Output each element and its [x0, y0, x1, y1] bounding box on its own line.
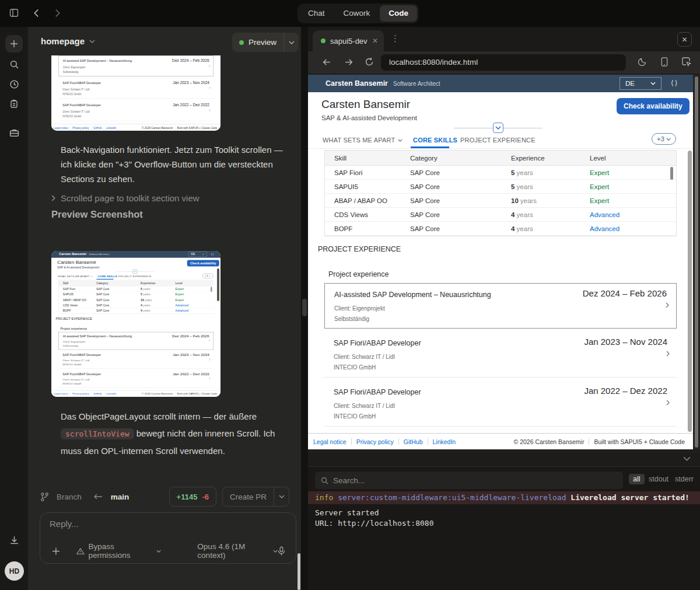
table-scrollbar[interactable]: [211, 287, 212, 292]
filter-all[interactable]: all: [629, 474, 645, 484]
browser-tab[interactable]: sapui5-dev ✕: [313, 30, 384, 51]
table-row[interactable]: CDS Views SAP Core 4 years Advanced: [59, 303, 214, 308]
browser-scrollbar[interactable]: [695, 76, 698, 448]
table-row[interactable]: CDS Views SAP Core 4 years Advanced: [325, 208, 676, 222]
reply-composer[interactable]: Bypass permissions Opus 4.6 (1M context): [40, 512, 296, 564]
user-avatar[interactable]: HD: [5, 561, 24, 581]
project-card[interactable]: AI-assisted SAP Development – Neuausrich…: [58, 55, 214, 76]
project-card[interactable]: SAP Fiori/ABAP Developer Jan 2022 – Dez …: [58, 370, 214, 387]
language-select[interactable]: DE: [620, 77, 662, 90]
table-scrollbar[interactable]: [670, 167, 673, 180]
terminal-search-input[interactable]: [333, 476, 617, 485]
permissions-dropdown[interactable]: Bypass permissions: [76, 542, 162, 560]
sidebar-toggle-icon[interactable]: [9, 8, 19, 18]
footer-link-github[interactable]: GitHub: [93, 392, 102, 395]
project-card[interactable]: SAP Fiori/ABAP Developer Jan 2023 – Nov …: [324, 332, 677, 378]
history-button[interactable]: [5, 75, 23, 93]
screenshot-thumbnail-clipped[interactable]: Carsten Bansemir Software Architect DE ⟨…: [51, 55, 220, 131]
project-card[interactable]: SAP Fiori/ABAP Developer Jan 2023 – Nov …: [58, 351, 214, 369]
project-card[interactable]: AI-assisted SAP Development – Neuausrich…: [58, 332, 214, 350]
footer-link-github[interactable]: GitHub: [404, 438, 423, 445]
history-forward-button[interactable]: [52, 8, 62, 18]
log-line: info server:custom-middleware:ui5-middle…: [308, 491, 700, 504]
attach-plus-icon[interactable]: [52, 547, 60, 556]
chevron-down-icon[interactable]: [683, 456, 691, 461]
code-brackets-icon[interactable]: ⟨⟩: [211, 253, 215, 256]
filter-stderr[interactable]: stderr: [675, 475, 694, 483]
code-brackets-icon[interactable]: ⟨⟩: [671, 79, 678, 87]
table-row[interactable]: ABAP / ABAP OO SAP Core 10 years Expert: [59, 297, 214, 302]
downloads-button[interactable]: [5, 531, 23, 549]
microphone-icon[interactable]: [278, 546, 285, 556]
filter-stdout[interactable]: stdout: [649, 475, 668, 483]
page-inner-scrollbar[interactable]: [688, 151, 692, 432]
footer-link-linkedin[interactable]: LinkedIn: [106, 392, 116, 395]
url-bar[interactable]: localhost:8080/index.html: [381, 54, 626, 71]
browser-forward-button[interactable]: [344, 57, 354, 67]
mobile-view-icon[interactable]: [661, 57, 668, 67]
create-pr-split-button[interactable]: Create PR: [222, 487, 289, 507]
history-back-button[interactable]: [32, 8, 41, 18]
tab-code[interactable]: Code: [380, 5, 417, 22]
check-availability-button[interactable]: Check availability: [187, 260, 219, 267]
preview-split-button[interactable]: Preview: [232, 33, 299, 52]
collapse-header-button[interactable]: [493, 123, 503, 133]
table-row[interactable]: SAPUI5 SAP Core 5 years Expert: [59, 292, 214, 297]
diff-stats[interactable]: +1145 -6: [169, 487, 216, 507]
collapsed-step-row[interactable]: Scrolled page to toolkit section view: [51, 193, 200, 203]
table-row[interactable]: SAPUI5 SAP Core 5 years Expert: [325, 180, 676, 194]
tab-menu-icon[interactable]: ⋮: [391, 33, 400, 44]
tab-project-experience[interactable]: PROJECT EXPERIENCE: [118, 275, 152, 278]
search-button[interactable]: [5, 55, 23, 73]
overflow-tabs-button[interactable]: +3: [202, 274, 213, 278]
session-title[interactable]: homepage: [41, 36, 95, 46]
language-select[interactable]: DE: [188, 252, 207, 257]
footer-link-legal[interactable]: Legal notice: [54, 126, 68, 129]
screenshot-thumbnail[interactable]: Carsten Bansemir Software Architect DE ⟨…: [51, 251, 220, 397]
model-selector[interactable]: Opus 4.6 (1M context): [197, 542, 278, 560]
create-pr-dropdown[interactable]: [274, 487, 289, 506]
table-row[interactable]: SAP Fiori SAP Core 5 years Expert: [59, 287, 214, 292]
close-panel-button[interactable]: ✕: [677, 32, 692, 47]
close-tab-icon[interactable]: ✕: [372, 37, 378, 45]
table-row[interactable]: BOPF SAP Core 4 years Advanced: [325, 222, 676, 236]
projects-button[interactable]: [5, 124, 23, 141]
tab-project-experience[interactable]: PROJECT EXPERIENCE: [460, 137, 536, 144]
reply-input[interactable]: [50, 519, 271, 529]
project-card[interactable]: AI-assisted SAP Development – Neuausrich…: [324, 283, 677, 329]
inspect-element-icon[interactable]: [682, 57, 691, 67]
footer-link-legal[interactable]: Legal notice: [313, 438, 346, 445]
footer-link-privacy[interactable]: Privacy policy: [356, 438, 394, 445]
dark-mode-icon[interactable]: [638, 57, 647, 67]
footer-link-linkedin[interactable]: LinkedIn: [433, 438, 456, 445]
browser-reload-button[interactable]: [365, 57, 374, 67]
branch-name[interactable]: main: [111, 493, 130, 501]
browser-back-button[interactable]: [322, 57, 332, 67]
tab-core-skills[interactable]: CORE SKILLS: [97, 275, 117, 278]
footer-link-legal[interactable]: Legal notice: [54, 392, 68, 395]
footer-link-privacy[interactable]: Privacy policy: [72, 392, 89, 395]
overflow-tabs-button[interactable]: +3: [652, 133, 676, 145]
project-card[interactable]: SAP Fiori/ABAP Developer Jan 2022 – Dez …: [58, 100, 214, 121]
chevron-right-icon: [666, 351, 670, 357]
footer-link-linkedin[interactable]: LinkedIn: [106, 126, 116, 129]
tab-core-skills[interactable]: CORE SKILLS: [413, 137, 457, 144]
project-card[interactable]: SAP Fiori/ABAP Developer Jan 2022 – Dez …: [324, 381, 677, 427]
tasks-button[interactable]: [5, 95, 23, 113]
tab-what-sets-me-apart[interactable]: WHAT SETS ME APART: [58, 275, 93, 278]
table-row[interactable]: ABAP / ABAP OO SAP Core 10 years Expert: [325, 194, 676, 208]
table-row[interactable]: SAP Fiori SAP Core 5 years Expert: [325, 166, 676, 180]
table-row[interactable]: BOPF SAP Core 4 years Advanced: [59, 308, 214, 313]
tab-cowork[interactable]: Cowork: [335, 5, 379, 22]
tab-what-sets-me-apart[interactable]: WHAT SETS ME APART: [323, 137, 402, 144]
footer-link-privacy[interactable]: Privacy policy: [72, 126, 89, 129]
divider-drag-handle[interactable]: [302, 299, 307, 316]
check-availability-button[interactable]: Check availability: [617, 98, 690, 114]
tab-chat[interactable]: Chat: [299, 5, 334, 22]
new-session-button[interactable]: [5, 35, 23, 53]
project-card[interactable]: SAP Fiori/ABAP Developer Jan 2023 – Nov …: [58, 78, 214, 99]
footer-link-github[interactable]: GitHub: [93, 126, 102, 129]
terminal-search[interactable]: [315, 472, 623, 489]
panel-scrollbar[interactable]: [298, 553, 300, 590]
preview-dropdown-button[interactable]: [284, 33, 299, 52]
